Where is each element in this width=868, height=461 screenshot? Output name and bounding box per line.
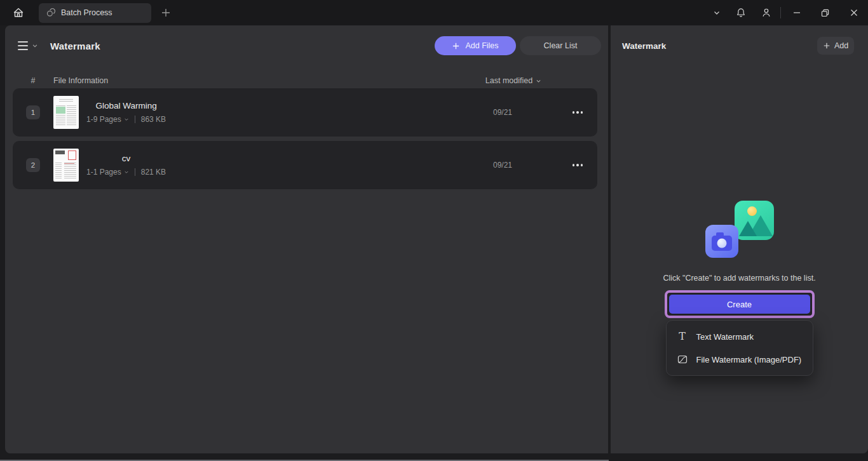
minimize-button[interactable]	[782, 0, 811, 25]
file-thumbnail	[53, 96, 79, 129]
sort-by-last-modified[interactable]: Last modified	[466, 76, 561, 85]
watermark-empty-state-illustration	[705, 201, 774, 258]
chevron-down-icon	[536, 78, 541, 84]
chevron-down-icon	[124, 117, 129, 122]
file-row-cv[interactable]: 2 cv 1-1 Pages	[13, 141, 597, 189]
column-header-number: #	[13, 76, 53, 85]
create-button[interactable]: Create	[669, 295, 810, 314]
create-button-highlight-ring: Create	[665, 290, 815, 318]
page-range-label: 1-9 Pages	[86, 115, 121, 124]
person-icon	[761, 7, 772, 18]
plus-icon	[823, 42, 831, 50]
file-more-options-button[interactable]	[567, 156, 588, 175]
file-table-header: # File Information Last modified	[5, 73, 608, 88]
image-icon	[735, 201, 774, 240]
page-range-selector[interactable]: 1-1 Pages	[86, 168, 129, 177]
add-files-label: Add Files	[465, 41, 498, 50]
file-more-options-button[interactable]	[567, 103, 588, 122]
bell-icon	[735, 7, 747, 18]
file-modified-date: 09/21	[455, 161, 550, 170]
close-icon	[850, 8, 858, 17]
file-name: cv	[122, 154, 131, 163]
plus-icon	[452, 42, 460, 50]
account-button[interactable]	[754, 0, 779, 25]
menu-item-text-watermark[interactable]: T Text Watermark	[667, 325, 813, 348]
file-size: 821 KB	[141, 168, 166, 177]
tab-label: Batch Process	[61, 8, 112, 17]
left-panel-header: Watermark Add Files Clear List	[5, 25, 608, 64]
plus-icon	[161, 8, 171, 18]
main-content: Watermark Add Files Clear List # File In…	[5, 25, 868, 453]
file-index-badge: 2	[26, 158, 40, 172]
tab-batch-process[interactable]: Batch Process	[39, 3, 151, 23]
restore-button[interactable]	[811, 0, 839, 25]
home-button[interactable]	[9, 3, 28, 22]
file-size: 863 KB	[141, 115, 166, 124]
add-watermark-button[interactable]: Add	[817, 37, 854, 55]
add-files-button[interactable]: Add Files	[435, 36, 516, 55]
file-watermark-icon	[677, 354, 688, 365]
window-titlebar: Batch Process	[0, 0, 868, 25]
minimize-icon	[792, 8, 801, 17]
close-button[interactable]	[839, 0, 868, 25]
restore-icon	[820, 8, 830, 18]
meta-divider	[135, 168, 135, 176]
chevron-down-icon	[713, 9, 721, 17]
text-watermark-icon: T	[677, 331, 688, 342]
watermark-panel-title: Watermark	[622, 41, 666, 51]
menu-item-label: Text Watermark	[696, 332, 754, 342]
page-title: Watermark	[50, 41, 100, 51]
hamburger-menu-icon	[18, 41, 28, 50]
tool-menu-button[interactable]	[18, 41, 38, 50]
file-index-badge: 1	[26, 105, 40, 119]
create-hint-text: Click "Create" to add watermarks to the …	[611, 274, 868, 283]
column-header-file-information: File Information	[53, 76, 466, 85]
home-icon	[12, 6, 25, 19]
file-modified-date: 09/21	[455, 108, 550, 117]
batch-process-icon	[46, 8, 55, 17]
new-tab-button[interactable]	[156, 3, 175, 22]
titlebar-dropdown-button[interactable]	[705, 0, 728, 25]
last-modified-label: Last modified	[485, 76, 532, 85]
menu-item-file-watermark[interactable]: File Watermark (Image/PDF)	[667, 348, 813, 371]
chevron-down-icon	[32, 43, 38, 49]
clear-list-button[interactable]: Clear List	[520, 36, 601, 55]
titlebar-divider	[780, 7, 781, 18]
menu-item-label: File Watermark (Image/PDF)	[696, 355, 802, 364]
clear-list-label: Clear List	[544, 41, 578, 50]
meta-divider	[135, 116, 135, 123]
add-label: Add	[834, 41, 848, 50]
file-thumbnail	[53, 149, 79, 182]
batch-file-list-panel: Watermark Add Files Clear List # File In…	[5, 25, 608, 453]
notifications-button[interactable]	[728, 0, 754, 25]
page-range-label: 1-1 Pages	[86, 168, 121, 177]
watermark-settings-panel: Watermark Add Click "Create" to add wate…	[611, 25, 868, 453]
file-name: Global Warming	[95, 101, 156, 110]
page-range-selector[interactable]: 1-9 Pages	[86, 115, 129, 124]
chevron-down-icon	[124, 170, 129, 175]
file-row-global-warming[interactable]: 1 Global Warming 1-9 Pages	[13, 88, 597, 137]
create-dropdown-menu: T Text Watermark File Watermark (Image/P…	[666, 320, 813, 376]
camera-icon	[705, 225, 738, 258]
